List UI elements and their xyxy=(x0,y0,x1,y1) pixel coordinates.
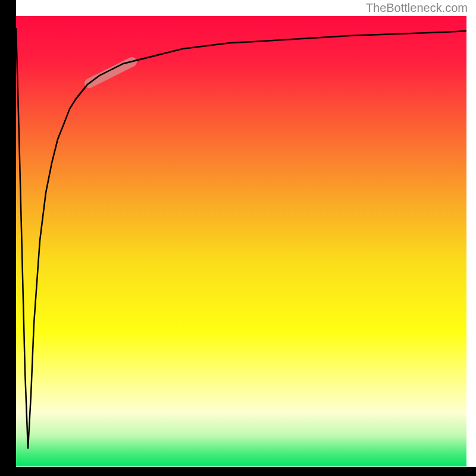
y-axis-border xyxy=(0,0,16,476)
curve-path xyxy=(16,28,466,449)
chart-plot-area xyxy=(16,16,466,466)
x-axis-border xyxy=(0,467,476,476)
curve-path-overlay xyxy=(76,55,159,99)
watermark-text: TheBottleneck.com xyxy=(366,1,468,15)
bottleneck-curve xyxy=(16,16,466,466)
highlight-pill xyxy=(89,62,132,83)
